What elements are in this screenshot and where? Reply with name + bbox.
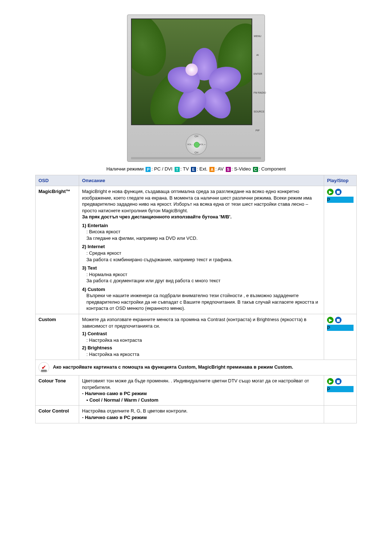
cell-osd: MagicBright™ bbox=[36, 186, 79, 314]
chip-e: E bbox=[191, 167, 196, 172]
chip-s: S bbox=[226, 167, 231, 172]
play-icon[interactable]: ▶ bbox=[327, 317, 334, 323]
chip-p: P bbox=[146, 167, 151, 172]
cell-osd: Custom bbox=[36, 314, 79, 360]
tv-screen bbox=[131, 19, 252, 125]
th-osd: OSD bbox=[36, 175, 79, 186]
row-colorcontrol: Color Control Настройва отделните R, G, … bbox=[36, 406, 357, 423]
mode-chip-p: P bbox=[327, 325, 354, 331]
stop-icon[interactable]: ◼ bbox=[335, 189, 342, 195]
tv-controls: CH CH VOL - VOL + bbox=[131, 132, 261, 157]
cell-desc: Настройва отделните R, G, B цветови конт… bbox=[79, 406, 324, 423]
row-magicbright: MagicBright™ MagicBright е нова функция,… bbox=[36, 186, 357, 314]
row-note: ✔ Ако настройвате картината с помощта на… bbox=[36, 360, 357, 376]
chip-t: T bbox=[175, 167, 180, 172]
available-modes-line: Налични режими P: PC / DVI T: TV E: Ext.… bbox=[35, 166, 357, 172]
mode-chip-p: P bbox=[327, 197, 354, 203]
cell-play bbox=[324, 406, 357, 423]
chip-a: A bbox=[209, 167, 215, 172]
cell-play: ▶ ◼ P bbox=[324, 186, 357, 314]
stop-icon[interactable]: ◼ bbox=[335, 317, 342, 323]
note-icon: ✔ bbox=[38, 362, 49, 373]
cell-note: ✔ Ако настройвате картината с помощта на… bbox=[36, 360, 357, 376]
cell-desc: Цветовият тон може да бъде променян. . И… bbox=[79, 376, 324, 406]
tv-mockup: MENU AI ENTER FM RADIO SOURCE PIP CH CH … bbox=[35, 15, 357, 162]
row-custom: Custom Можете да използвате екранните ме… bbox=[36, 314, 357, 360]
tv-side-buttons: MENU AI ENTER FM RADIO SOURCE PIP bbox=[254, 19, 262, 132]
cell-play: ▶ ◼ P bbox=[324, 314, 357, 360]
osd-table: OSD Описание Play/Stop MagicBright™ Magi… bbox=[35, 175, 357, 423]
play-icon[interactable]: ▶ bbox=[327, 189, 334, 195]
th-desc: Описание bbox=[79, 175, 324, 186]
chip-c: C bbox=[253, 167, 258, 172]
play-icon[interactable]: ▶ bbox=[327, 378, 334, 385]
stop-icon[interactable]: ◼ bbox=[335, 378, 342, 385]
cell-desc: MagicBright е нова функция, създаваща оп… bbox=[79, 186, 324, 314]
th-play: Play/Stop bbox=[324, 175, 357, 186]
modes-prefix: Налични режими bbox=[106, 166, 144, 172]
row-colourtone: Colour Tone Цветовият тон може да бъде п… bbox=[36, 376, 357, 406]
cell-osd: Color Control bbox=[36, 406, 79, 423]
mode-chip-p: P bbox=[327, 386, 354, 393]
cell-desc: Можете да използвате екранните менюта за… bbox=[79, 314, 324, 360]
cell-play: ▶ ◼ P bbox=[324, 376, 357, 406]
cell-osd: Colour Tone bbox=[36, 376, 79, 406]
